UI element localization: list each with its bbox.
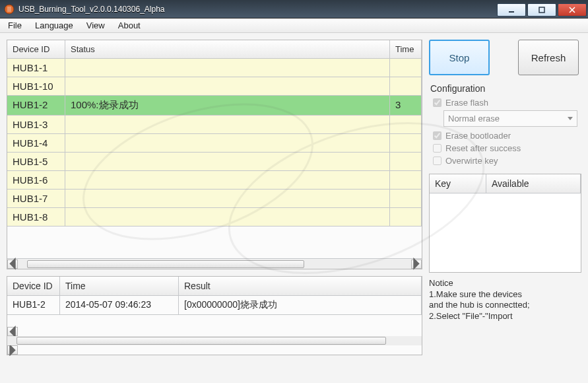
device-time-cell	[390, 208, 422, 226]
erase-flash-input[interactable]	[433, 98, 441, 107]
scroll-left-icon[interactable]	[7, 327, 18, 336]
scroll-right-icon[interactable]	[411, 260, 422, 269]
menu-bar: File Language View About	[0, 18, 588, 33]
log-table-header-id[interactable]: Device ID	[7, 277, 60, 295]
notice-line: and the hub is connectted;	[429, 300, 581, 310]
device-status-cell	[65, 116, 390, 133]
stop-button[interactable]: Stop	[429, 40, 490, 75]
svg-rect-1	[7, 7, 11, 12]
table-row[interactable]: HUB1-10	[7, 77, 422, 96]
key-table-header-key[interactable]: Key	[430, 174, 486, 193]
notice-line: 1.Make sure the devices	[429, 289, 581, 300]
device-id-cell: HUB1-2	[7, 96, 65, 115]
table-row[interactable]: HUB1-6	[7, 171, 422, 190]
notice-title: Notice	[429, 278, 581, 288]
device-status-cell	[65, 153, 390, 170]
scroll-track[interactable]	[18, 260, 411, 269]
key-table-header-available[interactable]: Available	[486, 174, 581, 193]
device-status-cell	[65, 208, 390, 226]
device-time-cell	[390, 59, 422, 77]
key-table: Key Available	[429, 174, 581, 273]
scroll-thumb[interactable]	[16, 337, 386, 345]
device-table-hscroll[interactable]	[7, 258, 422, 269]
erase-bootloader-input[interactable]	[433, 131, 441, 140]
menu-view[interactable]: View	[80, 19, 112, 32]
device-time-cell	[390, 134, 422, 152]
window-title: USB_Burning_Tool_v2.0.0.140306_Alpha	[18, 5, 497, 14]
chevron-down-icon	[568, 117, 573, 120]
log-time-cell: 2014-05-07 09:46:23	[60, 296, 179, 314]
device-table: Device ID Status Time HUB1-1HUB1-10HUB1-…	[7, 40, 422, 269]
device-status-cell	[65, 190, 390, 207]
device-id-cell: HUB1-7	[7, 190, 65, 207]
device-id-cell: HUB1-10	[7, 77, 65, 95]
reset-after-success-checkbox[interactable]: Reset after success	[430, 142, 580, 155]
menu-about[interactable]: About	[112, 19, 147, 32]
window-maximize-button[interactable]	[527, 3, 556, 17]
svg-rect-2	[509, 11, 514, 13]
menu-file[interactable]: File	[1, 19, 28, 32]
device-status-cell	[65, 59, 390, 77]
device-status-cell	[65, 171, 390, 189]
table-row[interactable]: HUB1-2100%:烧录成功3	[7, 96, 422, 116]
key-table-body	[430, 193, 581, 272]
log-table-header-result[interactable]: Result	[179, 277, 422, 295]
overwrite-key-input[interactable]	[433, 157, 441, 165]
table-row[interactable]: HUB1-1	[7, 59, 422, 77]
notice-line: 2.Select "File"-"Import	[429, 311, 581, 322]
device-time-cell	[390, 190, 422, 207]
refresh-button[interactable]: Refresh	[518, 40, 579, 75]
erase-mode-combo[interactable]: Normal erase	[443, 110, 577, 127]
overwrite-key-checkbox[interactable]: Overwirte key	[430, 155, 580, 167]
scroll-left-icon[interactable]	[7, 260, 18, 269]
device-table-header: Device ID Status Time	[7, 40, 422, 59]
device-time-cell	[390, 171, 422, 189]
device-time-cell	[390, 77, 422, 95]
device-status-cell	[65, 134, 390, 152]
table-row[interactable]: HUB1-4	[7, 134, 422, 153]
notice-panel: Notice 1.Make sure the devices and the h…	[429, 278, 581, 322]
device-table-header-status[interactable]: Status	[65, 40, 390, 58]
menu-language[interactable]: Language	[28, 19, 80, 32]
log-table-header-time[interactable]: Time	[60, 277, 179, 295]
device-table-header-id[interactable]: Device ID	[7, 40, 65, 58]
app-icon	[4, 4, 15, 15]
log-table-hscroll[interactable]	[7, 327, 422, 355]
log-table-header: Device ID Time Result	[7, 277, 422, 296]
reset-after-input[interactable]	[433, 144, 441, 153]
device-table-header-time[interactable]: Time	[390, 40, 422, 58]
table-row[interactable]: HUB1-5	[7, 153, 422, 171]
device-time-cell: 3	[390, 96, 422, 115]
log-id-cell: HUB1-2	[7, 296, 60, 314]
device-id-cell: HUB1-4	[7, 134, 65, 152]
device-id-cell: HUB1-6	[7, 171, 65, 189]
table-row[interactable]: HUB1-22014-05-07 09:46:23[0x00000000]烧录成…	[7, 296, 422, 315]
erase-bootloader-checkbox[interactable]: Erase bootloader	[430, 129, 580, 142]
scroll-right-icon[interactable]	[7, 345, 18, 355]
log-result-cell: [0x00000000]烧录成功	[179, 296, 422, 314]
window-titlebar: USB_Burning_Tool_v2.0.0.140306_Alpha	[0, 0, 588, 18]
window-close-button[interactable]	[558, 3, 587, 17]
scroll-thumb[interactable]	[27, 260, 304, 268]
scroll-track[interactable]	[7, 336, 422, 345]
configuration-title: Configuration	[430, 83, 580, 94]
device-id-cell: HUB1-5	[7, 153, 65, 170]
device-id-cell: HUB1-1	[7, 59, 65, 77]
table-row[interactable]: HUB1-3	[7, 116, 422, 134]
table-row[interactable]: HUB1-7	[7, 190, 422, 208]
device-status-cell: 100%:烧录成功	[65, 96, 390, 115]
device-time-cell	[390, 153, 422, 170]
device-id-cell: HUB1-3	[7, 116, 65, 133]
table-row[interactable]: HUB1-8	[7, 208, 422, 226]
svg-rect-3	[539, 7, 544, 13]
erase-flash-checkbox[interactable]: Erase flash	[430, 96, 580, 109]
device-status-cell	[65, 77, 390, 95]
log-table: Device ID Time Result HUB1-22014-05-07 0…	[7, 276, 422, 355]
device-time-cell	[390, 116, 422, 133]
device-id-cell: HUB1-8	[7, 208, 65, 226]
configuration-panel: Configuration Erase flash Normal erase E…	[429, 81, 581, 168]
window-minimize-button[interactable]	[497, 3, 526, 17]
